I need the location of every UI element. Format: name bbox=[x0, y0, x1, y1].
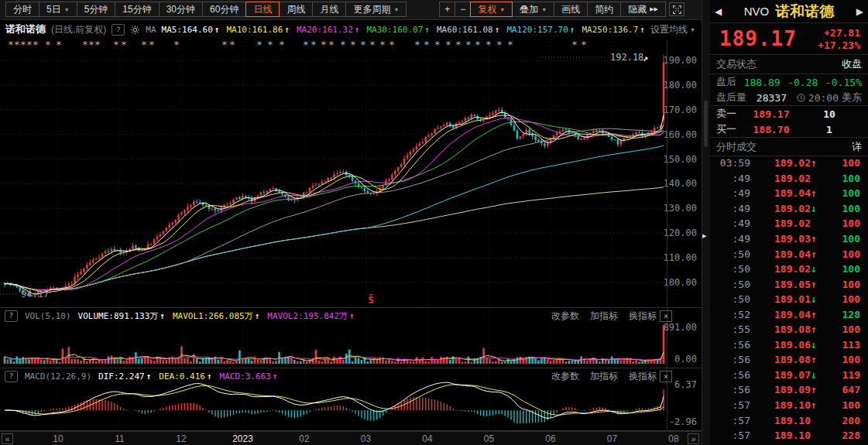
up-arrow-icon: ↑ bbox=[811, 157, 822, 169]
tick-row[interactable]: :50189.01↓100 bbox=[710, 292, 868, 307]
ask-price: 189.17 bbox=[746, 108, 797, 120]
tick-row[interactable]: :57189.10200 bbox=[710, 412, 868, 428]
svg-text:*: * bbox=[8, 39, 14, 50]
pane-action-改参数[interactable]: 改参数 bbox=[551, 310, 579, 323]
up-arrow-icon: ↑ bbox=[811, 187, 822, 199]
tick-row[interactable]: :56189.07↓119 bbox=[710, 368, 868, 383]
tick-row[interactable]: :50189.05↑100 bbox=[710, 276, 868, 292]
macd-value: DEA:0.416↑ bbox=[159, 371, 211, 382]
scrollbar-thumb[interactable] bbox=[704, 101, 708, 147]
tick-row[interactable]: :49189.03↑100 bbox=[710, 231, 868, 247]
up-arrow-icon: ↑ bbox=[811, 354, 822, 365]
after-hours-time: 20:00 bbox=[808, 92, 839, 104]
up-arrow-icon: ↑ bbox=[811, 248, 822, 260]
tick-row[interactable]: :50189.02↓100 bbox=[710, 262, 868, 277]
tick-row[interactable]: :56189.08↑100 bbox=[710, 352, 868, 368]
pane-action-换指标[interactable]: 换指标 bbox=[629, 310, 657, 323]
ask-size: 10 bbox=[797, 108, 862, 120]
tick-list-title: 分时成交 bbox=[716, 140, 756, 154]
tick-row[interactable]: :49189.04↑100 bbox=[710, 186, 868, 201]
volume-value: MAVOL1:266.085万↑ bbox=[173, 310, 259, 322]
prev-stock-icon[interactable]: ◀ bbox=[715, 6, 722, 17]
svg-text:140.00: 140.00 bbox=[664, 178, 697, 189]
tick-row[interactable]: 03:59189.02↑100 bbox=[710, 156, 868, 171]
period-button-日线[interactable]: 日线 bbox=[245, 2, 280, 17]
price-change: +27.81 bbox=[824, 27, 860, 39]
svg-text:Ŝ: Ŝ bbox=[368, 294, 373, 306]
tick-row[interactable]: :57189.10↑100 bbox=[710, 398, 868, 413]
svg-text:*: * bbox=[221, 39, 228, 50]
svg-text:*: * bbox=[45, 39, 51, 50]
price-block: 189.17 +27.81 +17.23% bbox=[710, 23, 868, 54]
svg-text:*: * bbox=[256, 39, 262, 50]
svg-text:-2.96: -2.96 bbox=[669, 416, 697, 427]
up-arrow-icon: ↑ bbox=[811, 233, 822, 245]
svg-text:*: * bbox=[379, 39, 386, 50]
after-hours-change: -0.28 bbox=[787, 77, 818, 88]
after-hours-price: 188.89 bbox=[744, 77, 781, 88]
svg-text:*: * bbox=[82, 39, 88, 50]
svg-text:*: * bbox=[149, 39, 155, 50]
tick-list: 03:59189.02↑100:49189.02100:49189.04↑100… bbox=[710, 156, 868, 445]
pane-action-加指标[interactable]: 加指标 bbox=[590, 310, 618, 323]
ask-row[interactable]: 卖一 189.17 10 bbox=[710, 105, 868, 122]
tick-row[interactable]: :52189.04↑128 bbox=[710, 306, 868, 322]
svg-text:*: * bbox=[424, 39, 430, 50]
svg-text:*: * bbox=[321, 39, 327, 50]
close-icon[interactable]: × bbox=[660, 371, 672, 382]
svg-text:*: * bbox=[581, 39, 587, 50]
next-stock-icon[interactable]: ▶ bbox=[856, 6, 863, 17]
svg-text:*: * bbox=[475, 39, 481, 50]
after-hours-row: 盘后 188.89 -0.28 -0.15% bbox=[710, 74, 868, 90]
up-arrow-icon: ↑ bbox=[349, 311, 355, 321]
trading-app: 分时5日▼5分钟15分钟30分钟60分钟日线周线月线更多周期▼ +−复权▼叠加▼… bbox=[0, 0, 868, 445]
tick-row[interactable]: :49189.02100 bbox=[710, 216, 868, 231]
svg-text:*: * bbox=[414, 39, 420, 50]
svg-text:150.00: 150.00 bbox=[664, 154, 697, 165]
stock-symbol: NVO bbox=[744, 5, 770, 18]
tick-row[interactable]: :56189.06↓113 bbox=[710, 337, 868, 353]
pane-action-加指标[interactable]: 加指标 bbox=[590, 370, 618, 383]
tick-row[interactable]: :55189.08↑100 bbox=[710, 322, 868, 337]
up-arrow-icon: ↑ bbox=[160, 311, 165, 321]
clock-icon bbox=[797, 94, 805, 102]
stock-name: 诺和诺德 bbox=[775, 2, 834, 22]
tick-row[interactable]: :57189.10228 bbox=[710, 428, 868, 443]
after-hours-volume-row: 盘后量 28337 20:00 美东 bbox=[710, 90, 868, 105]
after-hours-volume-label: 盘后量 bbox=[716, 91, 746, 104]
macd-pane-actions: 改参数加指标换指标 bbox=[551, 370, 657, 383]
macd-pane-header: ? MACD(12,26,9) DIF:2.247↑DEA:0.416↑MACD… bbox=[0, 369, 706, 383]
up-arrow-icon: ↑ bbox=[811, 279, 822, 290]
svg-text:*: * bbox=[455, 39, 461, 50]
timezone-label: 美东 bbox=[842, 91, 862, 104]
svg-text:*: * bbox=[369, 39, 376, 50]
svg-text:*: * bbox=[33, 39, 39, 50]
quote-panel: ◀ NVO 诺和诺德 ▶ 189.17 +27.81 +17.23% 交易状态 … bbox=[710, 0, 868, 445]
volume-pane-actions: 改参数加指标换指标 bbox=[551, 310, 657, 323]
tick-row[interactable]: :56189.09↑647 bbox=[710, 382, 868, 398]
down-arrow-icon: ↓ bbox=[811, 263, 822, 275]
help-icon[interactable]: ? bbox=[5, 371, 18, 382]
after-hours-pct: -0.15% bbox=[825, 77, 862, 88]
after-hours-volume: 28337 bbox=[756, 92, 787, 104]
tool-button-复权[interactable]: 复权▼ bbox=[470, 2, 513, 17]
svg-text:*: * bbox=[229, 39, 235, 50]
help-icon[interactable]: ? bbox=[5, 310, 18, 322]
close-icon[interactable]: × bbox=[660, 310, 672, 322]
svg-text:130.00: 130.00 bbox=[664, 203, 697, 214]
bid-row[interactable]: 买一 188.70 1 bbox=[710, 122, 868, 138]
tick-list-header: 分时成交 详 bbox=[710, 138, 868, 156]
tick-row[interactable]: :49189.02100 bbox=[710, 171, 868, 187]
svg-text:*: * bbox=[56, 39, 62, 50]
svg-text:190.00: 190.00 bbox=[664, 55, 697, 66]
tick-detail-link[interactable]: 详 bbox=[852, 140, 862, 154]
tick-row[interactable]: :50189.04↑100 bbox=[710, 246, 868, 262]
svg-text:*: * bbox=[303, 39, 309, 50]
svg-text:*: * bbox=[279, 39, 285, 50]
svg-text:192.18: 192.18 bbox=[610, 52, 643, 63]
tick-row[interactable]: :49189.02↓100 bbox=[710, 201, 868, 217]
pane-action-换指标[interactable]: 换指标 bbox=[629, 370, 657, 383]
svg-text:*: * bbox=[434, 39, 441, 50]
collapse-handle-icon[interactable]: ▸ bbox=[702, 231, 707, 241]
pane-action-改参数[interactable]: 改参数 bbox=[551, 370, 579, 383]
